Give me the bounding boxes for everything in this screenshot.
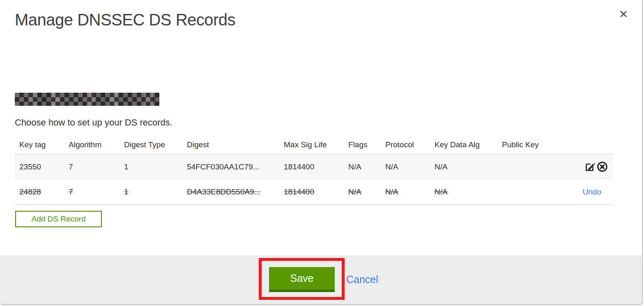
column-header-digest-type: Digest Type (124, 140, 187, 149)
column-header-flags: Flags (348, 140, 385, 149)
cell-digest-type: 1 (124, 187, 187, 196)
undo-link[interactable]: Undo (583, 187, 608, 196)
table-row: 23550 7 1 54FCF030AA1C79... 1814400 N/A … (15, 154, 613, 179)
column-header-key-data-alg: Key Data Alg (435, 140, 502, 149)
modal-footer: Save Cancel (0, 255, 642, 304)
cell-flags: N/A (348, 162, 385, 171)
table-row-deleted: 24828 7 1 D4A33E8DD550A9... 1814400 N/A … (15, 179, 613, 205)
cell-key-data-alg: N/A (435, 162, 502, 171)
page-title: Manage DNSSEC DS Records (15, 11, 235, 29)
domain-name-redacted (15, 93, 159, 106)
cancel-link[interactable]: Cancel (346, 274, 378, 285)
column-header-public-key: Public Key (502, 140, 569, 149)
column-header-max-sig-life: Max Sig Life (284, 140, 348, 149)
cell-protocol: N/A (385, 162, 435, 171)
column-header-key-tag: Key tag (19, 140, 69, 149)
close-icon[interactable]: ✕ (616, 7, 630, 21)
cell-digest: 54FCF030AA1C79... (187, 162, 284, 171)
cell-key-tag: 24828 (19, 187, 69, 196)
cell-algorithm: 7 (69, 162, 124, 171)
column-header-algorithm: Algorithm (69, 140, 124, 149)
cell-flags: N/A (348, 187, 385, 196)
dnssec-modal: Manage DNSSEC DS Records ✕ Choose how to… (0, 0, 643, 304)
row-actions (569, 161, 613, 172)
cell-max-sig-life: 1814400 (284, 187, 348, 196)
cell-key-tag: 23550 (19, 162, 69, 171)
cell-key-data-alg: N/A (435, 187, 502, 196)
edit-icon[interactable] (584, 161, 596, 172)
cell-digest: D4A33E8DD550A9... (187, 187, 284, 196)
cell-algorithm: 7 (69, 187, 124, 196)
ds-records-table: Key tag Algorithm Digest Type Digest Max… (15, 135, 613, 205)
save-button[interactable]: Save (269, 267, 335, 292)
instruction-text: Choose how to set up your DS records. (15, 117, 172, 128)
cell-max-sig-life: 1814400 (284, 162, 348, 171)
cell-digest-type: 1 (124, 162, 187, 171)
column-header-digest: Digest (187, 140, 284, 149)
column-header-protocol: Protocol (385, 140, 435, 149)
table-header-row: Key tag Algorithm Digest Type Digest Max… (15, 135, 613, 154)
delete-icon[interactable] (597, 161, 608, 172)
row-actions: Undo (569, 187, 613, 196)
add-ds-record-button[interactable]: Add DS Record (15, 211, 102, 227)
cell-protocol: N/A (385, 187, 435, 196)
